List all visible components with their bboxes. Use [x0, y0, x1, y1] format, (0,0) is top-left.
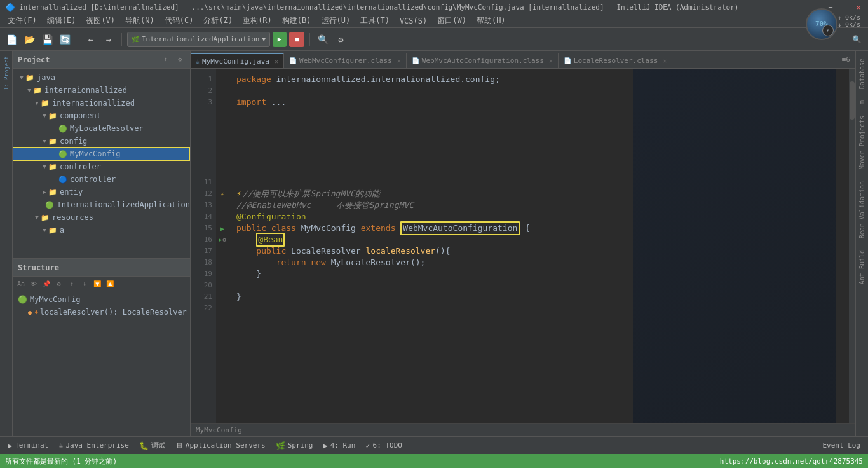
tab-overflow-count[interactable]: ≡6 — [837, 51, 855, 68]
debug-icon: 🐛 — [139, 441, 149, 450]
stop-button[interactable]: ■ — [289, 32, 304, 47]
todo-icon: ✓ — [365, 441, 370, 450]
status-left: 所有文件都是最新的 (1 分钟之前) — [5, 457, 117, 466]
tree-item-config[interactable]: ▼ 📁 config — [13, 135, 190, 148]
tree-item-resources[interactable]: ▼ 📁 resources — [13, 211, 190, 224]
status-right: https://blog.csdn.net/qqtr42875345 — [720, 457, 863, 465]
tab-localeresolver[interactable]: 📄 LocaleResolver.class ✕ — [559, 53, 672, 68]
spring-button[interactable]: 🌿 Spring — [273, 440, 316, 451]
struct-settings[interactable]: ⚙ — [53, 278, 65, 289]
structure-header: Structure — [13, 259, 190, 277]
tab-close-mymvcconfig[interactable]: ✕ — [275, 58, 278, 65]
tree-item-internationallized[interactable]: ▼ 📁 internationallized — [13, 97, 190, 109]
menu-edit[interactable]: 编辑(E) — [42, 14, 81, 27]
tab-label: WebMvcAutoConfiguration.class — [422, 57, 544, 65]
struct-sort-type[interactable]: 🔼 — [104, 278, 116, 289]
menu-nav[interactable]: 导航(N) — [120, 14, 159, 27]
ant-build-tab[interactable]: Ant Build — [857, 245, 867, 289]
tab-close-webmvcconfigurer[interactable]: ✕ — [397, 57, 401, 64]
tree-item-mylocaleresolver[interactable]: 🟢 MyLocaleResolver — [13, 122, 190, 135]
folder-icon: 📁 — [48, 112, 57, 120]
back-button[interactable]: ← — [83, 32, 98, 47]
maven-projects-tab[interactable]: Maven Projects — [857, 111, 867, 174]
spring-icon: 🟢 — [45, 201, 54, 209]
forward-button[interactable]: → — [101, 32, 116, 47]
terminal-button[interactable]: ▶ Terminal — [5, 440, 51, 451]
tab-webmvcconfigurer[interactable]: 📄 WebMvcConfigurer.class ✕ — [284, 53, 407, 68]
menu-analyze[interactable]: 分析(Z) — [198, 14, 238, 27]
bean-validation-tab[interactable]: Bean Validation — [857, 176, 867, 244]
tree-item-component[interactable]: ▼ 📁 component — [13, 109, 190, 122]
maven-m-tab[interactable]: m — [857, 95, 867, 109]
struct-sort-alpha[interactable]: Aa — [15, 278, 27, 289]
java-enterprise-button[interactable]: ☕ Java Enterprise — [56, 440, 132, 451]
tree-item-java[interactable]: ▼ 📁 java — [13, 71, 190, 84]
code-editor[interactable]: package internaionnallized.international… — [229, 69, 849, 423]
sync-button[interactable]: 🔄 — [57, 32, 72, 47]
struct-expand[interactable]: ⬆ — [66, 278, 78, 289]
tree-item-internaionnallized[interactable]: ▼ 📁 internaionnallized — [13, 84, 190, 97]
code-line-22 — [236, 303, 841, 314]
menu-file[interactable]: 文件(F) — [3, 14, 42, 27]
bottom-toolbar: ▶ Terminal ☕ Java Enterprise 🐛 调试 🖥 Appl… — [0, 436, 868, 454]
tree-item-a[interactable]: ▼ 📁 a — [13, 224, 190, 237]
save-all-button[interactable]: 💾 — [39, 32, 55, 47]
tree-item-entiy[interactable]: ▶ 📁 entiy — [13, 186, 190, 198]
menu-run[interactable]: 运行(U) — [316, 14, 356, 27]
gutter-icons: ⚡ ▶ ▶ ⚙ — [216, 69, 229, 423]
todo-6-button[interactable]: ✓ 6: TODO — [363, 440, 405, 451]
tree-item-mymvcconfig[interactable]: 🟢 MyMvcConfig — [13, 148, 190, 160]
code-line-21: } — [236, 291, 841, 303]
folder-icon: 📁 — [48, 226, 57, 235]
tab-webmvcautoconfiguration[interactable]: 📄 WebMvcAutoConfiguration.class ✕ — [407, 53, 559, 68]
structure-class-mymvcconfig[interactable]: 🟢 MyMvcConfig — [13, 293, 190, 306]
project-collapse-all[interactable]: ⬆ — [161, 55, 171, 65]
menu-build[interactable]: 构建(B) — [277, 14, 316, 27]
menu-refactor[interactable]: 重构(R) — [238, 14, 277, 27]
event-log-button[interactable]: Event Log — [820, 440, 863, 451]
run-4-button[interactable]: ▶ 4: Run — [320, 440, 358, 451]
database-tab[interactable]: Database — [857, 53, 867, 94]
code-line-12: ⚡//使用可以来扩展SpringMVC的功能 — [236, 188, 841, 200]
global-search-button[interactable]: 🔍 — [849, 32, 864, 47]
project-settings[interactable]: ⚙ — [175, 55, 185, 65]
app-servers-button[interactable]: 🖥 Application Servers — [173, 440, 268, 451]
status-bar: 所有文件都是最新的 (1 分钟之前) https://blog.csdn.net… — [0, 454, 868, 468]
editor-content[interactable]: 1 2 3 11 12 13 14 15 16 17 18 19 20 21 2… — [191, 69, 855, 423]
search-everywhere-button[interactable]: 🔍 — [315, 32, 330, 47]
menu-vcs[interactable]: VCS(S) — [395, 14, 432, 27]
menu-help[interactable]: 帮助(H) — [471, 14, 511, 27]
tree-item-controller[interactable]: 🔵 controller — [13, 173, 190, 186]
code-line-11 — [236, 177, 841, 188]
tab-mymvcconfig[interactable]: ☕ MyMvcConfig.java ✕ — [191, 53, 284, 68]
tab-close-webmvcauto[interactable]: ✕ — [549, 57, 553, 64]
tree-item-controler[interactable]: ▼ 📁 controler — [13, 160, 190, 173]
project-tree: ▼ 📁 java ▼ 📁 internaionnallized ▼ 📁 inte… — [13, 69, 190, 258]
menu-window[interactable]: 窗口(W) — [432, 14, 471, 27]
open-button[interactable]: 📂 — [22, 32, 37, 47]
java-icon: 🔵 — [58, 176, 67, 184]
menu-bar: 文件(F) 编辑(E) 视图(V) 导航(N) 代码(C) 分析(Z) 重构(R… — [0, 14, 868, 28]
debug-button[interactable]: 🐛 调试 — [137, 439, 168, 451]
menu-tools[interactable]: 工具(T) — [355, 14, 395, 27]
vertical-scrollbar[interactable] — [849, 69, 855, 423]
scrollbar-thumb[interactable] — [850, 81, 855, 120]
struct-collapse[interactable]: ⬇ — [79, 278, 90, 289]
menu-code[interactable]: 代码(C) — [159, 14, 199, 27]
settings-button[interactable]: ⚙ — [333, 32, 348, 47]
run-button[interactable]: ▶ — [273, 32, 287, 47]
run-config-dropdown[interactable]: 🌿 InternationalizedApplication ▼ — [127, 32, 270, 47]
tab-close-localeresolver[interactable]: ✕ — [663, 57, 667, 64]
project-panel-toggle[interactable]: 1: Project — [1, 53, 12, 93]
structure-method-localeresolver[interactable]: ● ♦ localeResolver(): LocaleResolver — [13, 306, 190, 319]
tree-item-internation-app[interactable]: 🟢 InternationallizedApplication — [13, 198, 190, 211]
gutter-run-15[interactable]: ▶ — [217, 223, 227, 234]
new-file-button[interactable]: 📄 — [4, 32, 19, 47]
struct-sort-visibility[interactable]: 👁 — [28, 278, 39, 289]
menu-view[interactable]: 视图(V) — [81, 14, 120, 27]
struct-pin[interactable]: 📌 — [41, 278, 52, 289]
terminal-icon: ▶ — [8, 441, 12, 450]
tree-scroll-fade — [13, 237, 190, 258]
class-file-icon-2: 📄 — [412, 57, 419, 64]
struct-filter[interactable]: 🔽 — [92, 278, 103, 289]
